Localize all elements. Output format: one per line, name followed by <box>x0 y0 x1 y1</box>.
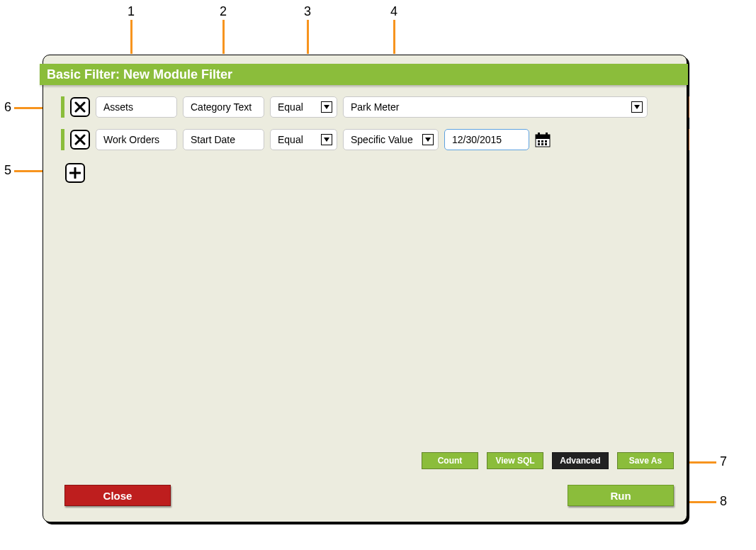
filter-row: Work Orders Start Date Equal Specific Va… <box>61 129 551 150</box>
chevron-down-icon <box>422 134 434 145</box>
source-select[interactable]: Assets <box>96 96 177 118</box>
row-handle <box>61 129 64 150</box>
add-row-button[interactable] <box>65 163 85 183</box>
run-button[interactable]: Run <box>568 485 674 506</box>
plus-icon <box>69 167 81 179</box>
source-select[interactable]: Work Orders <box>96 129 177 150</box>
view-sql-button[interactable]: View SQL <box>487 452 543 469</box>
calendar-icon[interactable] <box>535 130 551 150</box>
advanced-button[interactable]: Advanced <box>552 452 609 469</box>
callout-3: 3 <box>304 4 311 19</box>
row-marker <box>689 96 689 118</box>
x-icon <box>74 101 86 113</box>
field-select[interactable]: Start Date <box>183 129 264 150</box>
operator-select[interactable]: Equal <box>270 96 337 118</box>
field-value: Start Date <box>191 134 235 145</box>
svg-rect-8 <box>541 143 543 145</box>
svg-rect-6 <box>545 140 547 142</box>
svg-rect-9 <box>545 143 547 145</box>
filter-dialog: Basic Filter: New Module Filter Assets C… <box>43 55 687 522</box>
callout-4: 4 <box>390 4 397 19</box>
svg-rect-3 <box>546 133 548 136</box>
svg-rect-5 <box>541 140 543 142</box>
field-select[interactable]: Category Text <box>183 96 264 118</box>
callout-2: 2 <box>220 4 227 19</box>
filter-row: Assets Category Text Equal Park Meter <box>61 96 648 118</box>
callout-8: 8 <box>720 494 727 509</box>
row-marker <box>689 129 689 150</box>
callout-7: 7 <box>720 454 727 469</box>
save-as-button[interactable]: Save As <box>617 452 674 469</box>
value-text: Park Meter <box>351 101 399 113</box>
date-input[interactable]: 12/30/2015 <box>444 129 529 150</box>
date-value: 12/30/2015 <box>452 134 502 145</box>
source-value: Work Orders <box>103 134 159 145</box>
valuetype-select[interactable]: Specific Value <box>343 129 439 150</box>
callout-6: 6 <box>4 100 11 115</box>
action-button-row: Count View SQL Advanced Save As <box>422 452 674 469</box>
chevron-down-icon <box>631 101 643 113</box>
count-button[interactable]: Count <box>422 452 478 469</box>
operator-value: Equal <box>278 101 303 113</box>
remove-row-button[interactable] <box>70 97 90 117</box>
calendar-icon-svg <box>535 132 551 147</box>
remove-row-button[interactable] <box>70 130 90 150</box>
dialog-title: Basic Filter: New Module Filter <box>40 64 688 85</box>
row-handle <box>61 96 64 118</box>
operator-value: Equal <box>278 134 303 145</box>
field-value: Category Text <box>191 101 252 113</box>
callout-1: 1 <box>128 4 135 19</box>
value-select[interactable]: Park Meter <box>343 96 648 118</box>
svg-rect-4 <box>538 140 540 142</box>
callout-5: 5 <box>4 163 11 178</box>
chevron-down-icon <box>321 134 332 145</box>
svg-rect-7 <box>538 143 540 145</box>
x-icon <box>74 134 86 145</box>
chevron-down-icon <box>321 101 332 113</box>
source-value: Assets <box>103 101 133 113</box>
svg-rect-2 <box>538 133 540 136</box>
close-button[interactable]: Close <box>64 485 171 506</box>
operator-select[interactable]: Equal <box>270 129 337 150</box>
valuetype-text: Specific Value <box>351 134 413 145</box>
